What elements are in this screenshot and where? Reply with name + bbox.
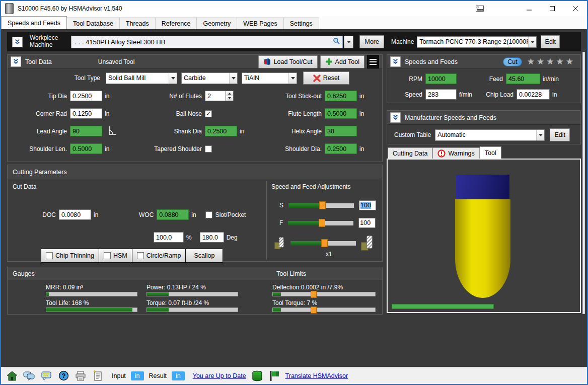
- slot-pocket-checkbox[interactable]: [205, 211, 212, 218]
- flutes-input[interactable]: 2: [205, 91, 226, 101]
- load-tool-cut-label: Load Tool/Cut: [274, 58, 313, 65]
- tab-web-pages[interactable]: WEB Pages: [237, 17, 283, 29]
- f-slider-label: F: [279, 219, 283, 226]
- forum-icon[interactable]: [23, 370, 35, 382]
- engagement-angle-input[interactable]: 180.0: [200, 232, 224, 243]
- flute-length-input[interactable]: 0.5000: [325, 108, 357, 119]
- more-button[interactable]: More: [359, 35, 384, 48]
- chip-thinning-checkbox[interactable]: [46, 252, 53, 259]
- woc-input[interactable]: 0.0880: [157, 209, 189, 220]
- tab-tool-database[interactable]: Tool Database: [67, 17, 120, 29]
- workpiece-collapse-button[interactable]: [12, 37, 23, 47]
- input-units-badge[interactable]: in: [131, 371, 144, 380]
- woc-unit: in: [191, 211, 196, 218]
- cut-badge[interactable]: Cut: [503, 57, 522, 66]
- material-dropdown-arrow[interactable]: [344, 36, 353, 48]
- custom-table-edit-button[interactable]: Edit: [550, 128, 570, 141]
- tool-material-select[interactable]: Carbide: [181, 72, 238, 84]
- tab-settings[interactable]: Settings: [284, 17, 319, 29]
- tab-tool[interactable]: Tool: [480, 146, 501, 159]
- tool-type-label: Tool Type: [75, 74, 100, 82]
- cutting-parameters-panel: Cutting Parameters Cut Data Speed and Fe…: [7, 165, 383, 262]
- chip-load-label: Chip Load: [482, 91, 513, 98]
- material-combo[interactable]: . . . 4150PH Alloy Steel 300 HB: [71, 36, 343, 48]
- gauge-mrr-bar: [46, 292, 137, 296]
- custom-table-select[interactable]: Automatic: [435, 129, 545, 141]
- tab-reference[interactable]: Reference: [156, 17, 197, 29]
- manufacturer-collapse-button[interactable]: [390, 112, 401, 123]
- shoulder-dia-input[interactable]: 0.2500: [325, 143, 357, 154]
- rating-stars[interactable]: ★★★★★: [527, 56, 575, 67]
- circle-ramp-checkbox[interactable]: [137, 252, 144, 259]
- hsm-button[interactable]: HSM: [99, 249, 132, 263]
- update-status-link[interactable]: You are Up to Date: [193, 372, 246, 379]
- scallop-button[interactable]: Scallop: [186, 249, 223, 263]
- ball-nose-checkbox[interactable]: [205, 110, 212, 117]
- shank-dia-input[interactable]: 0.2500: [205, 126, 237, 136]
- help-icon[interactable]: ?: [57, 370, 69, 382]
- helix-angle-input[interactable]: 30: [325, 126, 357, 136]
- tab-geometry[interactable]: Geometry: [197, 17, 237, 29]
- tab-threads[interactable]: Threads: [120, 17, 156, 29]
- chip-thinning-button[interactable]: Chip Thinning: [41, 249, 99, 263]
- circle-ramp-button[interactable]: Circle/Ramp: [132, 249, 186, 263]
- title-bar: S10000 F45.60 by HSMAdvisor v1.540: [1, 1, 587, 16]
- stickout-input[interactable]: 0.6250: [325, 91, 357, 101]
- gauges-panel: Gauges Tool Limits MRR: 0.09 in³ Power: …: [7, 267, 383, 315]
- add-tool-button[interactable]: Add Tool: [320, 55, 364, 68]
- machine-edit-button[interactable]: Edit: [541, 35, 560, 48]
- f-value-input[interactable]: 100: [358, 218, 376, 228]
- database-icon[interactable]: [251, 370, 263, 382]
- s-slider[interactable]: [288, 201, 354, 209]
- reset-button[interactable]: Reset: [303, 71, 349, 85]
- rpm-input[interactable]: 10000: [425, 73, 457, 84]
- ball-nose-label: Ball Nose: [142, 110, 202, 117]
- print-icon[interactable]: [75, 370, 87, 382]
- engagement-percent-input[interactable]: 100.0: [154, 232, 184, 243]
- machine-select[interactable]: Tormach PCNC 770-3 Range 2(10000RPM): [417, 36, 537, 48]
- scale-slider[interactable]: [290, 239, 356, 247]
- rpm-label: RPM: [391, 75, 422, 83]
- machine-label: Machine: [391, 38, 414, 45]
- speed-input[interactable]: 283: [425, 89, 457, 100]
- feed-input[interactable]: 45.60: [506, 73, 540, 84]
- flag-icon[interactable]: [268, 370, 280, 382]
- lead-angle-input[interactable]: 90: [70, 126, 102, 136]
- tool-3d-view[interactable]: [387, 159, 581, 313]
- translate-link[interactable]: Translate HSMAdvisor: [285, 372, 348, 379]
- minimize-button[interactable]: [518, 1, 541, 16]
- tab-warnings[interactable]: Warnings: [432, 147, 479, 159]
- gauge-tool-torque-fill: [273, 308, 281, 312]
- doc-input[interactable]: 0.0080: [59, 209, 91, 220]
- home-icon[interactable]: [6, 370, 18, 382]
- search-icon[interactable]: [333, 37, 340, 46]
- tip-dia-input[interactable]: 0.2500: [70, 91, 102, 101]
- maximize-button[interactable]: [541, 1, 564, 16]
- tool-coating-select[interactable]: TiAlN: [242, 72, 297, 84]
- tapered-shoulder-checkbox[interactable]: [205, 145, 212, 152]
- tab-cutting-data[interactable]: Cutting Data: [388, 147, 432, 159]
- close-button[interactable]: [564, 1, 587, 16]
- stickout-unit: in: [359, 93, 364, 100]
- tab-speeds-and-feeds[interactable]: Speeds and Feeds: [1, 16, 67, 29]
- menu-icon[interactable]: [367, 55, 379, 68]
- shoulder-len-input[interactable]: 0.5000: [70, 143, 102, 154]
- hsm-checkbox[interactable]: [104, 252, 111, 259]
- tool-type-select[interactable]: Solid Ball Mill: [106, 72, 177, 84]
- tool-data-collapse-button[interactable]: [11, 56, 21, 67]
- result-units-badge[interactable]: in: [172, 371, 185, 380]
- s-value-input[interactable]: 100: [359, 200, 376, 210]
- f-slider[interactable]: [288, 219, 353, 227]
- load-tool-cut-button[interactable]: Load Tool/Cut: [258, 55, 318, 68]
- gauge-deflection-fill: [273, 292, 281, 296]
- corner-rad-input[interactable]: 0.1250: [70, 108, 102, 119]
- feedback-icon[interactable]: [40, 370, 52, 382]
- chip-load-input[interactable]: 0.00228: [517, 89, 550, 100]
- touch-keyboard-icon[interactable]: [468, 1, 491, 16]
- gauge-tool-torque-bar: [272, 307, 376, 312]
- speeds-feeds-collapse-button[interactable]: [390, 56, 401, 67]
- flutes-spinner[interactable]: [226, 91, 234, 101]
- tool-limits-title: Tool Limits: [276, 270, 306, 277]
- workpiece-machine-bar: Workpiece Machine . . . 4150PH Alloy Ste…: [7, 32, 581, 51]
- report-icon[interactable]: [92, 370, 104, 382]
